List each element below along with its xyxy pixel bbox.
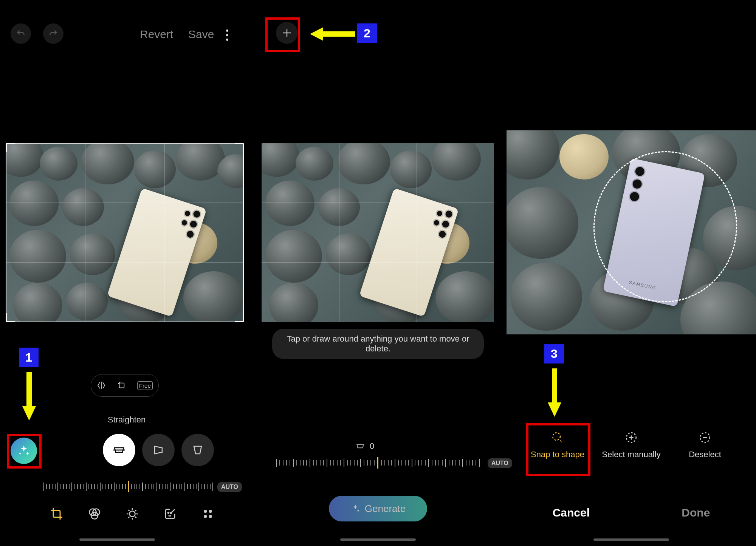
sticker-icon (163, 507, 177, 521)
straighten-icon (355, 441, 365, 451)
annotation-highlight-3 (526, 423, 590, 476)
top-toolbar: Revert Save (0, 23, 249, 50)
annotation-arrow-3 (546, 368, 563, 418)
crop-tab[interactable] (49, 506, 64, 521)
svg-point-20 (209, 515, 212, 518)
svg-point-15 (168, 512, 169, 514)
adjust-tab[interactable] (125, 506, 140, 521)
select-manually-option[interactable]: Select manually (599, 431, 663, 459)
svg-line-11 (128, 510, 129, 511)
adjust-icon (125, 507, 139, 521)
annotation-highlight-1 (7, 434, 42, 469)
perspective-h-button[interactable] (142, 434, 175, 466)
image-canvas[interactable] (6, 143, 244, 322)
svg-point-6 (130, 511, 135, 517)
done-button[interactable]: Done (682, 506, 710, 519)
image-canvas[interactable] (262, 143, 494, 322)
rotate-icon[interactable] (118, 381, 126, 390)
svg-point-16 (171, 512, 172, 514)
editor-tabs (49, 506, 215, 521)
four-dots-icon (202, 508, 214, 520)
filters-icon (88, 507, 101, 521)
revert-button[interactable]: Revert (140, 28, 173, 41)
select-manually-icon (624, 431, 638, 444)
auto-straighten-badge[interactable]: AUTO (217, 482, 242, 492)
svg-point-17 (204, 510, 207, 513)
annotation-marker-3: 3 (544, 344, 564, 363)
home-indicator[interactable] (79, 538, 155, 541)
generate-button[interactable]: Generate (329, 496, 427, 521)
svg-rect-1 (119, 383, 124, 388)
straighten-button[interactable] (103, 434, 135, 466)
home-indicator[interactable] (593, 538, 669, 541)
undo-button[interactable] (11, 23, 31, 44)
svg-line-12 (135, 517, 136, 518)
more-dot-icon (226, 29, 228, 32)
svg-line-14 (135, 510, 136, 511)
svg-point-18 (209, 510, 212, 513)
straighten-label: Straighten (108, 415, 146, 425)
perspective-v-icon (191, 444, 204, 456)
cancel-button[interactable]: Cancel (553, 506, 590, 519)
save-button[interactable]: Save (188, 28, 214, 41)
hint-toast: Tap or draw around anything you want to … (272, 329, 484, 359)
annotation-arrow-2 (310, 26, 355, 42)
image-canvas[interactable]: SAMSUNG (507, 130, 756, 334)
redo-button[interactable] (43, 23, 64, 44)
aspect-free-label[interactable]: Free (137, 381, 153, 390)
annotation-arrow-1 (21, 372, 37, 421)
straighten-ruler[interactable]: document.write(Array.from({length:61},(_… (43, 479, 214, 494)
select-manually-label: Select manually (602, 450, 660, 459)
photo-pebbles (262, 143, 494, 322)
annotation-marker-1: 1 (19, 348, 39, 367)
flip-icon[interactable] (97, 381, 106, 390)
undo-icon (16, 29, 26, 39)
home-indicator[interactable] (340, 538, 416, 541)
straighten-value-row: 0 (355, 441, 374, 451)
more-dot-icon (226, 34, 228, 36)
annotation-highlight-2 (265, 17, 300, 52)
svg-marker-31 (22, 406, 36, 421)
more-tab[interactable] (200, 506, 215, 521)
crop-icon (50, 507, 64, 521)
svg-marker-33 (310, 27, 323, 41)
aspect-ratio-pill[interactable]: Free (91, 374, 159, 397)
deselect-icon (698, 431, 712, 444)
stickers-tab[interactable] (163, 506, 178, 521)
deselect-option[interactable]: Deselect (673, 431, 737, 459)
perspective-h-icon (152, 444, 165, 456)
svg-point-19 (204, 515, 207, 518)
straighten-icon (112, 443, 126, 457)
deselect-label: Deselect (689, 450, 721, 459)
svg-line-13 (128, 517, 129, 518)
svg-marker-35 (548, 402, 561, 417)
svg-point-23 (357, 510, 359, 511)
transform-buttons (103, 434, 214, 466)
photo-pebbles (6, 143, 244, 322)
sparkle-icon (350, 504, 360, 514)
more-dot-icon (226, 39, 228, 41)
straighten-ruler[interactable]: document.write(Array.from({length:61},(_… (276, 455, 480, 470)
straighten-value: 0 (370, 441, 374, 451)
more-button[interactable] (226, 27, 228, 43)
bottom-actions: Cancel Done (507, 506, 756, 519)
filters-tab[interactable] (87, 506, 102, 521)
annotation-marker-2: 2 (357, 23, 377, 43)
perspective-v-button[interactable] (181, 434, 214, 466)
redo-icon (48, 29, 58, 39)
generate-label: Generate (365, 503, 406, 515)
editor-screen-generative: Tap or draw around anything you want to … (249, 0, 507, 546)
